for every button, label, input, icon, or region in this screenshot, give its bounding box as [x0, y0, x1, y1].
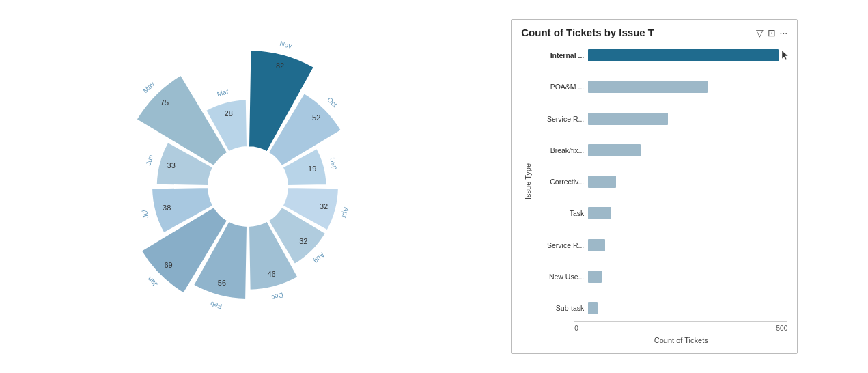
bar-label: Task — [535, 209, 584, 217]
svg-text:56: 56 — [218, 279, 226, 287]
bar-track — [588, 113, 787, 125]
svg-text:Feb: Feb — [209, 300, 223, 310]
x-tick: 0 — [574, 324, 578, 332]
bar-fill — [588, 113, 668, 125]
bar-label: Correctiv... — [535, 178, 584, 186]
bar-row: Break/fix... — [535, 140, 787, 161]
svg-text:Apr: Apr — [340, 206, 350, 219]
bar-row: Service R... — [535, 109, 787, 129]
bar-chart-inner: Internal ...POA&M ...Service R...Break/f… — [535, 45, 787, 318]
y-axis-label: Issue Type — [521, 45, 535, 318]
cursor-icon — [781, 49, 789, 61]
svg-text:Jul: Jul — [140, 209, 150, 219]
bar-label: Break/fix... — [535, 146, 584, 154]
x-axis-ticks: 0500 — [574, 321, 787, 332]
panel-header: Count of Tickets by Issue T ▽ ⊡ ··· — [521, 27, 787, 38]
bar-label: New Use... — [535, 273, 584, 281]
panel-title: Count of Tickets by Issue T — [521, 27, 751, 38]
svg-text:Oct: Oct — [326, 96, 339, 109]
svg-text:Dec: Dec — [270, 291, 284, 301]
bar-row: Internal ... — [535, 45, 787, 66]
bar-track — [588, 81, 787, 93]
bar-label: Sub-task — [535, 304, 584, 312]
bar-fill — [588, 302, 597, 314]
bar-row: Sub-task — [535, 298, 787, 318]
bar-track — [588, 49, 787, 61]
x-axis-label: Count of Tickets — [574, 336, 787, 344]
bar-track — [588, 271, 787, 283]
bar-row: Correctiv... — [535, 171, 787, 192]
svg-text:82: 82 — [276, 61, 284, 70]
bar-track — [588, 144, 787, 156]
svg-text:32: 32 — [299, 237, 307, 245]
bar-track — [588, 239, 787, 251]
bar-fill — [588, 207, 611, 219]
x-tick: 500 — [776, 324, 788, 332]
svg-text:Mar: Mar — [216, 87, 229, 98]
bar-track — [588, 302, 787, 314]
svg-text:28: 28 — [224, 109, 232, 118]
bar-label: POA&M ... — [535, 83, 584, 91]
bar-label: Internal ... — [535, 51, 584, 59]
bar-label: Service R... — [535, 115, 584, 123]
svg-text:Nov: Nov — [279, 40, 292, 50]
svg-text:Jun: Jun — [144, 154, 154, 166]
bar-chart-panel: Count of Tickets by Issue T ▽ ⊡ ··· Issu… — [511, 19, 798, 354]
svg-text:May: May — [141, 80, 156, 94]
more-icon[interactable]: ··· — [780, 27, 788, 38]
bar-row: Task — [535, 203, 787, 223]
bar-row: Service R... — [535, 235, 787, 255]
bar-track — [588, 176, 787, 188]
svg-text:33: 33 — [167, 161, 175, 169]
svg-text:69: 69 — [164, 261, 172, 269]
svg-text:38: 38 — [163, 204, 171, 212]
bar-label: Service R... — [535, 241, 584, 249]
panel-icons: ▽ ⊡ ··· — [756, 27, 788, 38]
bar-fill — [588, 49, 779, 61]
bar-track — [588, 207, 787, 219]
x-axis-area: 0500 Count of Tickets — [574, 321, 787, 344]
bar-fill — [588, 81, 708, 93]
bar-fill — [588, 176, 615, 188]
svg-text:32: 32 — [320, 202, 328, 210]
svg-point-0 — [210, 149, 285, 224]
radial-svg: 82Nov52Oct19Sep32Apr32Aug46Dec56Feb69Jan… — [70, 16, 425, 357]
bar-chart-body: Issue Type Internal ...POA&M ...Service … — [521, 45, 787, 318]
filter-icon[interactable]: ▽ — [756, 27, 764, 38]
radial-chart: 82Nov52Oct19Sep32Apr32Aug46Dec56Feb69Jan… — [70, 16, 425, 357]
svg-text:Sep: Sep — [328, 156, 339, 170]
svg-text:19: 19 — [308, 165, 316, 173]
svg-text:75: 75 — [160, 98, 169, 107]
bar-fill — [588, 271, 602, 283]
bar-row: POA&M ... — [535, 77, 787, 97]
bar-row: New Use... — [535, 266, 787, 287]
expand-icon[interactable]: ⊡ — [768, 27, 776, 38]
bar-fill — [588, 144, 640, 156]
svg-text:Jan: Jan — [146, 275, 159, 288]
svg-text:Aug: Aug — [312, 251, 326, 264]
svg-text:46: 46 — [267, 270, 275, 278]
svg-text:52: 52 — [312, 113, 320, 122]
bar-fill — [588, 239, 605, 251]
